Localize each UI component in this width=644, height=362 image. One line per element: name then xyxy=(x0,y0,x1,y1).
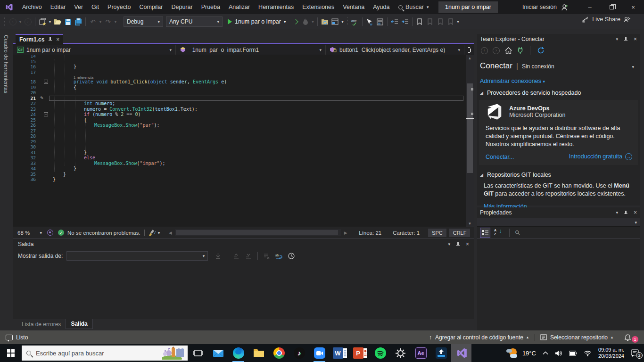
connect-plug-icon[interactable] xyxy=(517,47,523,54)
save-all-icon[interactable] xyxy=(73,16,83,27)
code-line[interactable]: 16} xyxy=(13,64,474,70)
code-line[interactable]: 34} xyxy=(13,166,474,172)
word-app-icon[interactable]: W xyxy=(330,344,350,362)
open-file-icon[interactable] xyxy=(52,16,63,27)
object-selector-dropdown[interactable]: ▾ xyxy=(477,218,640,227)
bookmark-caret[interactable]: ▾ xyxy=(456,16,461,27)
menu-ventana[interactable]: Ventana xyxy=(339,0,369,14)
panel-tab-salida[interactable]: Salida xyxy=(66,319,92,329)
visual-studio-app-icon[interactable] xyxy=(451,344,471,362)
zoom-app-icon[interactable] xyxy=(309,344,330,362)
code-line[interactable]: 20 xyxy=(13,90,474,96)
health-indicator-icon[interactable] xyxy=(47,230,53,236)
menu-proyecto[interactable]: Proyecto xyxy=(103,0,135,14)
eol-toggle[interactable]: CRLF xyxy=(449,229,471,237)
vertical-scrollbar[interactable]: ▲ ▼ xyxy=(466,55,474,227)
word-wrap-icon[interactable]: ab xyxy=(274,251,284,261)
close-panel-icon[interactable]: × xyxy=(634,36,637,42)
alphabetical-sort-button[interactable]: AZ↓ xyxy=(494,229,504,237)
te-back-icon[interactable]: ‹ xyxy=(481,47,488,54)
battery-icon[interactable] xyxy=(569,351,577,356)
weather-widget[interactable]: 19°C xyxy=(506,348,536,358)
menu-ver[interactable]: Ver xyxy=(70,0,87,14)
pin-icon[interactable] xyxy=(624,211,628,215)
settings-app-icon[interactable] xyxy=(390,344,411,362)
menu-ayuda[interactable]: Ayuda xyxy=(369,0,394,14)
code-line[interactable]: 18–private void button1_Click(object sen… xyxy=(13,79,474,85)
powerpoint-app-icon[interactable]: P xyxy=(350,344,370,362)
menu-depurar[interactable]: Depurar xyxy=(167,0,197,14)
code-line[interactable]: 22int numero; xyxy=(13,101,474,107)
code-line[interactable]: 25{ xyxy=(13,117,474,123)
pin-icon[interactable] xyxy=(456,242,460,247)
panel-tab-lista-de-errores[interactable]: Lista de errores xyxy=(17,319,66,329)
menu-analizar[interactable]: Analizar xyxy=(224,0,254,14)
close-button[interactable]: × xyxy=(622,0,644,14)
solution-platform-dropdown[interactable]: Any CPU▾ xyxy=(166,16,223,27)
navigate-to-icon[interactable] xyxy=(364,16,375,27)
chrome-app-icon[interactable] xyxy=(269,344,289,362)
code-line[interactable]: 31} xyxy=(13,150,474,156)
window-position-caret[interactable]: ▾ xyxy=(448,242,450,247)
after-effects-app-icon[interactable]: Ae xyxy=(411,344,431,362)
code-line[interactable]: 28 xyxy=(13,133,474,139)
task-view-icon[interactable] xyxy=(188,344,208,362)
action-center-button[interactable]: 2 xyxy=(631,349,639,357)
connect-link[interactable]: Conectar... xyxy=(486,154,514,160)
refresh-icon[interactable] xyxy=(537,47,545,54)
document-tab-form1[interactable]: Form1.cs × xyxy=(16,34,63,44)
window-layout-icon[interactable] xyxy=(330,16,340,27)
menu-prueba[interactable]: Prueba xyxy=(197,0,224,14)
new-project-caret[interactable]: ▾ xyxy=(48,16,52,27)
member-dropdown[interactable]: button1_Click(object sender, EventArgs e… xyxy=(326,45,464,55)
code-line[interactable]: 24–if (numero % 2 == 0) xyxy=(13,112,474,117)
tiktok-app-icon[interactable]: ♪ xyxy=(289,344,309,362)
pin-icon[interactable] xyxy=(624,37,628,41)
code-line[interactable]: 19{ xyxy=(13,85,474,90)
pin-icon[interactable] xyxy=(48,37,52,41)
menu-editar[interactable]: Editar xyxy=(46,0,70,14)
start-debugging-button[interactable]: 1num par o impar ▾ xyxy=(225,16,289,27)
volume-icon[interactable] xyxy=(555,350,562,356)
code-line[interactable]: 33MessageBox.Show("impar"); xyxy=(13,161,474,166)
menu-extensiones[interactable]: Extensiones xyxy=(298,0,339,14)
zoom-dropdown[interactable]: 68 %▾ xyxy=(15,228,44,238)
sync-active-document-icon[interactable] xyxy=(320,16,330,27)
save-icon[interactable] xyxy=(63,16,73,27)
property-pages-icon[interactable]: ⚲ xyxy=(513,229,521,237)
feedback-icon[interactable] xyxy=(6,335,13,340)
code-line[interactable]: 36} xyxy=(13,177,474,182)
code-line[interactable]: 1 referencia xyxy=(13,75,474,79)
menu-herramientas[interactable]: Herramientas xyxy=(254,0,298,14)
code-line[interactable]: 14 xyxy=(13,55,474,59)
code-line[interactable]: 21✎ xyxy=(13,96,474,101)
manage-connections-link[interactable]: Administrar conexiones ▾ xyxy=(480,78,545,84)
te-page-caret[interactable]: ▾ xyxy=(632,65,637,69)
sign-in-button[interactable]: Iniciar sesión xyxy=(522,0,569,14)
file-explorer-icon[interactable] xyxy=(248,344,269,362)
start-without-debugging-icon[interactable] xyxy=(290,16,300,27)
window-layout-caret[interactable]: ▾ xyxy=(340,16,345,27)
free-intro-link[interactable]: Introducción gratuita→ xyxy=(569,153,632,160)
toggle-bookmark-icon[interactable] xyxy=(414,16,425,27)
code-line[interactable]: 15 xyxy=(13,59,474,65)
te-forward-icon[interactable]: › xyxy=(493,47,500,54)
code-line[interactable]: 29 xyxy=(13,139,474,145)
scroll-down-icon[interactable]: ▼ xyxy=(466,222,474,226)
spell-check-icon[interactable]: abc xyxy=(350,16,360,27)
code-line[interactable]: 35} xyxy=(13,172,474,177)
close-panel-icon[interactable]: × xyxy=(634,209,637,216)
document-outline-icon[interactable] xyxy=(375,16,385,27)
taskbar-search-box[interactable]: Escribe aquí para buscar xyxy=(22,346,188,361)
company-portal-app-icon[interactable] xyxy=(431,344,451,362)
unindent-icon[interactable] xyxy=(389,16,400,27)
hidden-icons-chevron[interactable] xyxy=(543,351,548,355)
menu-compilar[interactable]: Compilar xyxy=(135,0,167,14)
menu-archivo[interactable]: Archivo xyxy=(18,0,46,14)
wifi-icon[interactable] xyxy=(584,350,592,356)
project-dropdown[interactable]: C# 1num par o impar ▾ xyxy=(13,45,176,55)
code-cleanup-caret[interactable]: ▾ xyxy=(158,230,160,235)
indent-icon[interactable] xyxy=(400,16,410,27)
spaces-toggle[interactable]: SPC xyxy=(428,229,446,237)
fold-toggle-icon[interactable]: – xyxy=(44,112,48,116)
